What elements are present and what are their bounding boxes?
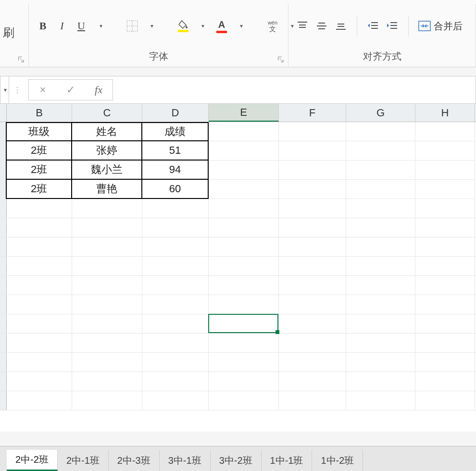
format-painter-label[interactable]: 刷 — [3, 25, 14, 40]
row-header-stub[interactable] — [0, 334, 7, 352]
cell[interactable] — [415, 353, 475, 372]
cell[interactable] — [72, 353, 142, 372]
cell[interactable] — [279, 391, 346, 410]
increase-indent-button[interactable] — [386, 19, 399, 33]
sheet-tab[interactable]: 1中-1班 — [262, 450, 313, 471]
cell[interactable] — [142, 295, 209, 314]
sheet-tab[interactable]: 3中-2班 — [211, 450, 262, 471]
row-header-stub[interactable] — [0, 180, 7, 199]
cell[interactable]: 2班 — [7, 161, 72, 180]
row-header-stub[interactable] — [0, 353, 7, 372]
cell[interactable] — [209, 237, 279, 256]
underline-dropdown[interactable]: ▾ — [94, 19, 107, 33]
cell[interactable] — [415, 122, 475, 141]
cell[interactable] — [7, 353, 72, 372]
cell[interactable] — [346, 353, 415, 372]
cell[interactable] — [346, 141, 415, 161]
cell[interactable] — [346, 122, 415, 141]
clipboard-dialog-launcher-icon[interactable] — [17, 55, 25, 64]
cell[interactable]: 姓名 — [72, 122, 142, 141]
cell[interactable] — [209, 122, 279, 141]
fill-color-button[interactable] — [177, 19, 189, 33]
cell[interactable]: 成绩 — [142, 122, 209, 141]
row-header-stub[interactable] — [0, 122, 7, 141]
cell[interactable] — [415, 180, 475, 199]
cell[interactable] — [346, 295, 415, 314]
cell[interactable] — [209, 295, 279, 314]
cell[interactable] — [415, 391, 475, 410]
cell[interactable] — [142, 276, 209, 295]
column-header-B[interactable]: B — [7, 104, 72, 122]
cell[interactable] — [7, 391, 72, 410]
column-header-G[interactable]: G — [346, 104, 415, 122]
merge-cells-button[interactable]: 合并后 — [418, 20, 463, 33]
row-header-stub[interactable] — [0, 141, 7, 161]
cell[interactable] — [209, 180, 279, 199]
sheet-tab[interactable]: 3中-1班 — [160, 450, 211, 471]
cell[interactable] — [346, 391, 415, 410]
cell[interactable] — [7, 334, 72, 352]
cell[interactable] — [209, 161, 279, 180]
cell[interactable] — [346, 237, 415, 256]
cell[interactable]: 2班 — [7, 141, 72, 161]
fill-color-dropdown[interactable]: ▾ — [196, 19, 209, 33]
cell[interactable] — [142, 257, 209, 275]
cell[interactable] — [72, 237, 142, 256]
cell[interactable] — [279, 218, 346, 237]
cell[interactable] — [415, 334, 475, 352]
cell[interactable] — [142, 314, 209, 333]
row-header-stub[interactable] — [0, 199, 7, 218]
sheet-tab[interactable]: 1中-2班 — [312, 450, 363, 471]
cell[interactable] — [209, 391, 279, 410]
cell[interactable] — [72, 391, 142, 410]
cell[interactable] — [415, 161, 475, 180]
cell[interactable] — [279, 237, 346, 256]
align-bottom-button[interactable] — [335, 19, 347, 33]
cell[interactable] — [142, 334, 209, 352]
cell[interactable] — [346, 180, 415, 199]
cell[interactable] — [72, 295, 142, 314]
phonetic-guide-button[interactable]: wén 文 — [266, 19, 279, 33]
cell[interactable] — [7, 372, 72, 391]
cell[interactable] — [209, 372, 279, 391]
cell[interactable] — [72, 257, 142, 275]
row-header-stub[interactable] — [0, 257, 7, 275]
font-color-button[interactable]: A — [215, 19, 228, 33]
select-all-corner[interactable] — [0, 104, 7, 122]
name-box-dropdown[interactable]: ▾ — [0, 76, 9, 103]
row-header-stub[interactable] — [0, 391, 7, 410]
cell[interactable] — [415, 257, 475, 275]
cell[interactable] — [279, 122, 346, 141]
cell[interactable] — [209, 141, 279, 161]
cell[interactable] — [7, 199, 72, 218]
cell[interactable] — [346, 314, 415, 333]
cell[interactable] — [415, 199, 475, 218]
row-header-stub[interactable] — [0, 295, 7, 314]
row-header-stub[interactable] — [0, 161, 7, 180]
cell[interactable] — [7, 276, 72, 295]
column-header-D[interactable]: D — [142, 104, 209, 122]
cell[interactable] — [142, 391, 209, 410]
cell[interactable] — [209, 218, 279, 237]
cell[interactable] — [279, 372, 346, 391]
align-middle-button[interactable] — [315, 19, 328, 33]
cell[interactable] — [346, 257, 415, 275]
sheet-tab[interactable]: 2中-3班 — [109, 450, 160, 471]
cell[interactable] — [279, 180, 346, 199]
cell[interactable] — [142, 199, 209, 218]
cell[interactable] — [346, 334, 415, 352]
cell[interactable] — [415, 295, 475, 314]
font-dialog-launcher-icon[interactable] — [276, 55, 285, 64]
row-header-stub[interactable] — [0, 276, 7, 295]
cell[interactable] — [7, 237, 72, 256]
cell[interactable] — [415, 372, 475, 391]
row-header-stub[interactable] — [0, 314, 7, 333]
spreadsheet-grid[interactable]: B C D E F G H 班级姓名成绩2班张婷512班魏小兰942班曹艳60 — [0, 104, 476, 432]
bold-button[interactable]: B — [37, 19, 49, 33]
cell[interactable] — [346, 372, 415, 391]
borders-button[interactable] — [126, 19, 138, 33]
cell[interactable] — [209, 199, 279, 218]
column-header-C[interactable]: C — [72, 104, 142, 122]
cell[interactable] — [72, 199, 142, 218]
cell[interactable] — [415, 141, 475, 161]
